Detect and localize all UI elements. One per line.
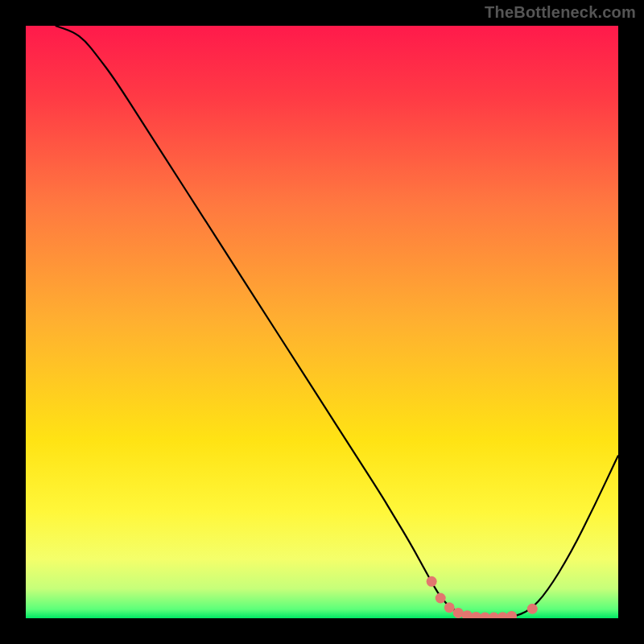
optimal-marker: [427, 576, 437, 587]
chart-background: [26, 26, 618, 618]
bottleneck-chart: [26, 26, 618, 618]
optimal-marker: [444, 602, 455, 613]
optimal-marker: [527, 604, 538, 614]
optimal-marker: [436, 592, 446, 603]
watermark-label: TheBottleneck.com: [485, 3, 636, 22]
optimal-marker: [453, 608, 464, 618]
chart-area: [26, 26, 618, 618]
